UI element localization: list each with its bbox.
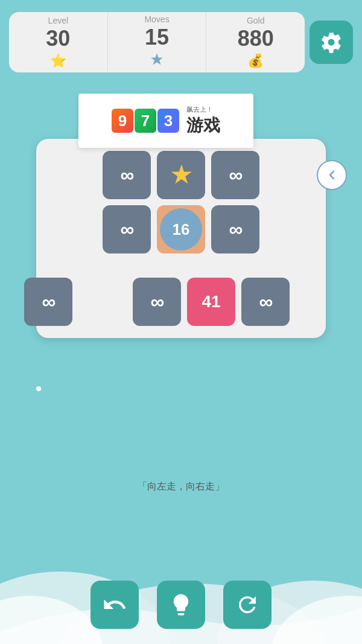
undo-button[interactable] xyxy=(91,581,139,629)
ad-title: 游戏 xyxy=(186,114,220,137)
gap-row xyxy=(48,260,314,272)
ad-banner[interactable]: 9 7 3 飙去上！ 游戏 xyxy=(78,94,253,148)
cell-2-2-number[interactable]: 16 xyxy=(157,205,205,253)
infinity-icon: ∞ xyxy=(121,164,133,187)
infinity-icon: ∞ xyxy=(229,218,242,241)
hint-button[interactable] xyxy=(157,581,205,629)
level-stat: Level 30 ⭐ xyxy=(9,12,108,72)
cell-2-1[interactable]: ∞ xyxy=(103,205,151,253)
cell-1-1[interactable]: ∞ xyxy=(103,151,151,199)
gold-icon: 💰 xyxy=(247,53,264,69)
infinity-icon: ∞ xyxy=(151,291,164,313)
cell-3-1[interactable]: ∞ xyxy=(24,278,72,326)
restart-button[interactable] xyxy=(223,581,272,629)
moves-stat: Moves 15 xyxy=(108,12,207,72)
ad-slogan: 飙去上！ xyxy=(186,105,213,114)
moves-icon xyxy=(150,52,164,70)
number-16-cell: 16 xyxy=(160,208,202,250)
cell-3-5[interactable]: ∞ xyxy=(241,278,290,326)
back-arrow-button[interactable] xyxy=(317,160,347,190)
moves-value: 15 xyxy=(145,27,169,48)
cell-3-3[interactable]: ∞ xyxy=(133,278,181,326)
ad-num-3: 3 xyxy=(157,109,179,133)
number-16: 16 xyxy=(173,220,190,239)
gold-value: 880 xyxy=(238,28,274,49)
cell-1-2-star[interactable]: ★ xyxy=(157,151,205,199)
infinity-icon: ∞ xyxy=(259,291,272,313)
dot-indicator xyxy=(36,386,41,391)
board-row-3: ∞ ∞ 41 ∞ xyxy=(0,278,314,326)
gold-label: Gold xyxy=(247,16,265,25)
game-board: ∞ ★ ∞ ∞ 16 xyxy=(36,139,326,338)
bottom-nav xyxy=(0,581,362,629)
hint-text: 「向左走，向右走」 xyxy=(0,480,362,493)
settings-button[interactable] xyxy=(310,21,353,64)
star-cell-icon: ★ xyxy=(171,164,191,187)
board-row-2: ∞ 16 ∞ xyxy=(48,205,314,253)
ad-text: 飙去上！ 游戏 xyxy=(186,105,220,137)
cell-3-2-empty xyxy=(78,278,127,326)
cell-3-4-number[interactable]: 41 xyxy=(187,278,235,326)
ad-num-7: 7 xyxy=(135,109,156,133)
number-41: 41 xyxy=(202,292,220,311)
infinity-icon: ∞ xyxy=(229,164,242,187)
svg-marker-5 xyxy=(151,53,163,65)
level-label: Level xyxy=(48,16,68,25)
board-row-1: ∞ ★ ∞ xyxy=(48,151,314,199)
level-value: 30 xyxy=(46,28,70,49)
header: Level 30 ⭐ Moves 15 Gold 880 💰 xyxy=(9,12,353,72)
stats-bar: Level 30 ⭐ Moves 15 Gold 880 💰 xyxy=(9,12,305,72)
board-grid: ∞ ★ ∞ ∞ 16 xyxy=(48,151,314,326)
star-icon: ⭐ xyxy=(50,53,66,69)
ad-num-9: 9 xyxy=(112,109,133,133)
infinity-icon: ∞ xyxy=(42,291,55,313)
cell-2-3[interactable]: ∞ xyxy=(211,205,259,253)
infinity-icon: ∞ xyxy=(121,218,133,241)
ad-numbers: 9 7 3 xyxy=(112,109,179,133)
moves-label: Moves xyxy=(144,14,169,24)
gold-stat: Gold 880 💰 xyxy=(206,12,305,72)
ad-logo: 9 7 3 飙去上！ 游戏 xyxy=(112,105,220,137)
cell-1-3[interactable]: ∞ xyxy=(211,151,259,199)
